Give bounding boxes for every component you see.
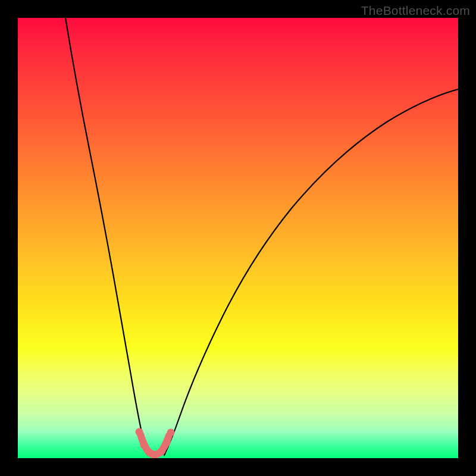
optimal-band-dot: [158, 447, 166, 455]
optimal-band-dot: [136, 428, 143, 436]
optimal-band-dot: [167, 429, 175, 437]
optimal-band-dot: [163, 439, 171, 447]
plot-area: [18, 18, 458, 458]
chart-frame: TheBottleneck.com: [0, 0, 476, 476]
curve-right-branch: [164, 89, 458, 455]
curve-left-branch: [65, 18, 148, 455]
optimal-band-dot: [140, 441, 148, 449]
watermark-label: TheBottleneck.com: [361, 4, 470, 18]
curve-layer: [18, 18, 458, 458]
